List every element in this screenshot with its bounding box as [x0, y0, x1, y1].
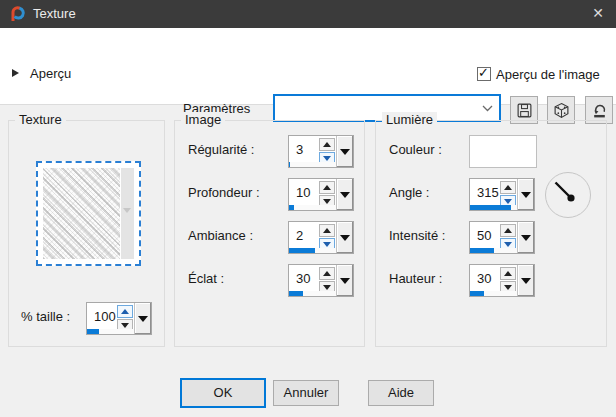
value-progress-track [470, 205, 517, 210]
shininess-spinner[interactable]: 30 [288, 264, 354, 297]
slider-dropdown-button[interactable] [517, 222, 534, 253]
angle-needle-icon [546, 173, 592, 219]
value-progress-fill [470, 205, 511, 210]
spin-up-button[interactable] [319, 267, 335, 280]
checkmark-icon: ✓ [478, 65, 489, 80]
intensity-label: Intensité : [389, 228, 445, 243]
spin-up-button[interactable] [319, 138, 335, 151]
top-panel: Aperçu ✓ Aperçu de l'image Paramètres [0, 28, 616, 105]
ambience-spinner[interactable]: 2 [288, 221, 354, 254]
spin-up-button[interactable] [500, 181, 516, 194]
value-progress-track [470, 291, 517, 296]
value-progress-track [87, 329, 134, 334]
image-group: Image Régularité : 3 Profondeur : 10 Amb… [174, 120, 365, 347]
spin-up-button[interactable] [319, 181, 335, 194]
value-progress-track [289, 205, 336, 210]
window-title: Texture [33, 0, 76, 28]
regularity-label: Régularité : [188, 142, 254, 157]
texture-dialog: Texture ✕ Aperçu ✓ Aperçu de l'image Par… [0, 0, 616, 417]
color-label: Couleur : [389, 142, 442, 157]
value-progress-track [289, 291, 336, 296]
slider-dropdown-button[interactable] [336, 222, 353, 253]
value-progress-fill [87, 329, 99, 334]
paintshop-pro-logo-icon [8, 5, 26, 23]
angle-dial[interactable] [545, 172, 591, 218]
slider-dropdown-button[interactable] [517, 179, 534, 210]
value-progress-track [470, 248, 517, 253]
depth-label: Profondeur : [188, 185, 260, 200]
texture-swatch-picker[interactable] [36, 161, 141, 266]
light-group-title: Lumière [382, 112, 437, 127]
value-progress-fill [289, 205, 294, 210]
elevation-spinner[interactable]: 30 [469, 264, 535, 297]
image-group-title: Image [181, 112, 225, 127]
angle-spinner[interactable]: 315 [469, 178, 535, 211]
reset-arrow-icon [591, 102, 608, 119]
value-progress-fill [289, 291, 303, 296]
dice-icon [553, 102, 570, 119]
slider-dropdown-button[interactable] [134, 303, 151, 334]
depth-spinner[interactable]: 10 [288, 178, 354, 211]
preview-expander[interactable]: Aperçu [30, 66, 71, 81]
shininess-value[interactable]: 30 [296, 271, 310, 286]
shininess-label: Éclat : [188, 271, 224, 286]
angle-value[interactable]: 315 [477, 185, 499, 200]
spin-up-button[interactable] [319, 224, 335, 237]
spin-up-button[interactable] [117, 305, 133, 318]
intensity-value[interactable]: 50 [477, 228, 491, 243]
spin-up-button[interactable] [500, 224, 516, 237]
size-value[interactable]: 100 [94, 309, 116, 324]
angle-label: Angle : [389, 185, 429, 200]
ok-button[interactable]: OK [180, 378, 266, 408]
value-progress-track [289, 162, 336, 167]
close-icon[interactable]: ✕ [580, 0, 616, 28]
spin-up-button[interactable] [500, 267, 516, 280]
regularity-spinner[interactable]: 3 [288, 135, 354, 168]
texture-pattern-preview[interactable] [43, 168, 120, 259]
value-progress-fill [289, 248, 315, 253]
help-button[interactable]: Aide [368, 380, 434, 406]
texture-group-title: Texture [15, 112, 66, 127]
slider-dropdown-button[interactable] [336, 136, 353, 167]
ambience-label: Ambiance : [188, 228, 253, 243]
value-progress-fill [470, 291, 484, 296]
value-progress-fill [289, 162, 290, 167]
light-color-swatch[interactable] [469, 135, 537, 168]
slider-dropdown-button[interactable] [517, 265, 534, 296]
floppy-disk-icon [516, 102, 533, 119]
image-preview-checkbox-label[interactable]: Aperçu de l'image [496, 67, 600, 82]
elevation-value[interactable]: 30 [477, 271, 491, 286]
titlebar: Texture ✕ [0, 0, 616, 28]
size-spinner[interactable]: 100 [86, 302, 152, 335]
texture-picker-arrow-icon [123, 208, 131, 217]
value-progress-fill [470, 248, 494, 253]
regularity-value[interactable]: 3 [296, 142, 303, 157]
image-preview-checkbox[interactable]: ✓ [477, 67, 491, 81]
texture-picker-side-strip[interactable] [121, 168, 134, 259]
value-progress-track [289, 248, 336, 253]
elevation-label: Hauteur : [389, 271, 442, 286]
slider-dropdown-button[interactable] [336, 179, 353, 210]
chevron-down-icon [482, 105, 493, 112]
size-label: % taille : [21, 309, 70, 324]
intensity-spinner[interactable]: 50 [469, 221, 535, 254]
light-group: Lumière Couleur : Angle : 315 Intensité … [375, 120, 607, 347]
slider-dropdown-button[interactable] [336, 265, 353, 296]
cancel-button[interactable]: Annuler [273, 380, 339, 406]
expander-arrow-icon[interactable] [12, 69, 19, 77]
ambience-value[interactable]: 2 [296, 228, 303, 243]
texture-group: Texture % taille : 100 [8, 120, 165, 347]
depth-value[interactable]: 10 [296, 185, 310, 200]
